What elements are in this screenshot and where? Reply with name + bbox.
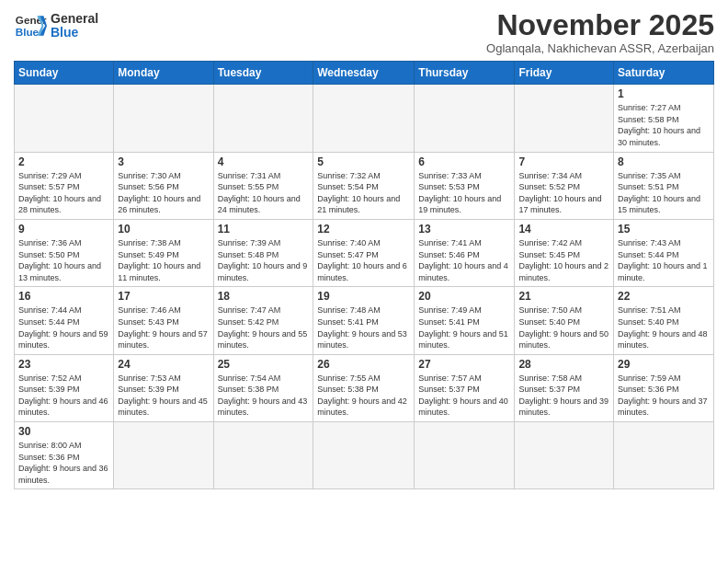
day-info: Sunrise: 7:55 AM Sunset: 5:38 PM Dayligh… (317, 373, 410, 419)
calendar-week-6: 30Sunrise: 8:00 AM Sunset: 5:36 PM Dayli… (15, 422, 714, 489)
day-info: Sunrise: 7:27 AM Sunset: 5:58 PM Dayligh… (618, 102, 710, 148)
calendar-day (415, 85, 515, 152)
day-info: Sunrise: 7:46 AM Sunset: 5:43 PM Dayligh… (118, 304, 209, 350)
calendar-day (114, 85, 213, 152)
day-info: Sunrise: 7:47 AM Sunset: 5:42 PM Dayligh… (218, 304, 310, 350)
day-info: Sunrise: 7:29 AM Sunset: 5:57 PM Dayligh… (18, 170, 109, 216)
svg-text:Blue: Blue (16, 26, 40, 38)
calendar-day: 29Sunrise: 7:59 AM Sunset: 5:36 PM Dayli… (614, 354, 714, 421)
col-wednesday: Wednesday (313, 62, 415, 85)
month-title: November 2025 (486, 9, 714, 41)
day-info: Sunrise: 7:39 AM Sunset: 5:48 PM Dayligh… (218, 237, 310, 283)
calendar-day: 30Sunrise: 8:00 AM Sunset: 5:36 PM Dayli… (15, 422, 114, 489)
calendar-day: 18Sunrise: 7:47 AM Sunset: 5:42 PM Dayli… (213, 287, 313, 354)
calendar-day: 9Sunrise: 7:36 AM Sunset: 5:50 PM Daylig… (15, 219, 114, 286)
calendar-day: 6Sunrise: 7:33 AM Sunset: 5:53 PM Daylig… (415, 152, 515, 219)
day-info: Sunrise: 7:53 AM Sunset: 5:39 PM Dayligh… (118, 373, 209, 419)
day-info: Sunrise: 7:51 AM Sunset: 5:40 PM Dayligh… (618, 304, 710, 350)
title-section: November 2025 Oglanqala, Nakhichevan ASS… (486, 9, 714, 55)
day-number: 27 (418, 358, 510, 371)
location-text: Oglanqala, Nakhichevan ASSR, Azerbaijan (486, 41, 714, 55)
day-number: 7 (518, 155, 609, 168)
day-number: 25 (218, 358, 310, 371)
logo: General Blue General Blue (14, 9, 98, 42)
calendar-day (515, 422, 614, 489)
calendar-day: 4Sunrise: 7:31 AM Sunset: 5:55 PM Daylig… (213, 152, 313, 219)
calendar-week-1: 1Sunrise: 7:27 AM Sunset: 5:58 PM Daylig… (15, 85, 714, 152)
logo-general-text: General (51, 12, 98, 26)
day-info: Sunrise: 7:50 AM Sunset: 5:40 PM Dayligh… (518, 304, 609, 350)
day-number: 26 (317, 358, 410, 371)
day-number: 22 (618, 290, 710, 303)
calendar-week-2: 2Sunrise: 7:29 AM Sunset: 5:57 PM Daylig… (15, 152, 714, 219)
day-number: 21 (518, 290, 609, 303)
day-info: Sunrise: 7:36 AM Sunset: 5:50 PM Dayligh… (18, 237, 109, 283)
day-number: 13 (418, 223, 510, 236)
calendar-day: 15Sunrise: 7:43 AM Sunset: 5:44 PM Dayli… (614, 219, 714, 286)
calendar-day (415, 422, 515, 489)
calendar-week-4: 16Sunrise: 7:44 AM Sunset: 5:44 PM Dayli… (15, 287, 714, 354)
day-number: 2 (18, 155, 109, 168)
calendar-day: 7Sunrise: 7:34 AM Sunset: 5:52 PM Daylig… (515, 152, 614, 219)
logo-icon: General Blue (14, 9, 47, 42)
day-number: 16 (18, 290, 109, 303)
day-info: Sunrise: 7:59 AM Sunset: 5:36 PM Dayligh… (618, 373, 710, 419)
day-info: Sunrise: 7:30 AM Sunset: 5:56 PM Dayligh… (118, 170, 209, 216)
calendar-day: 13Sunrise: 7:41 AM Sunset: 5:46 PM Dayli… (415, 219, 515, 286)
day-number: 5 (317, 155, 410, 168)
calendar-day: 20Sunrise: 7:49 AM Sunset: 5:41 PM Dayli… (415, 287, 515, 354)
calendar-day: 16Sunrise: 7:44 AM Sunset: 5:44 PM Dayli… (15, 287, 114, 354)
day-number: 24 (118, 358, 209, 371)
day-info: Sunrise: 7:33 AM Sunset: 5:53 PM Dayligh… (418, 170, 510, 216)
calendar-day: 25Sunrise: 7:54 AM Sunset: 5:38 PM Dayli… (213, 354, 313, 421)
day-number: 20 (418, 290, 510, 303)
calendar-day: 28Sunrise: 7:58 AM Sunset: 5:37 PM Dayli… (515, 354, 614, 421)
col-sunday: Sunday (15, 62, 114, 85)
calendar-day: 8Sunrise: 7:35 AM Sunset: 5:51 PM Daylig… (614, 152, 714, 219)
day-number: 1 (618, 87, 710, 100)
day-info: Sunrise: 7:48 AM Sunset: 5:41 PM Dayligh… (317, 304, 410, 350)
day-number: 6 (418, 155, 510, 168)
day-info: Sunrise: 7:31 AM Sunset: 5:55 PM Dayligh… (218, 170, 310, 216)
calendar-header-row: Sunday Monday Tuesday Wednesday Thursday… (15, 62, 714, 85)
col-friday: Friday (515, 62, 614, 85)
calendar-day: 23Sunrise: 7:52 AM Sunset: 5:39 PM Dayli… (15, 354, 114, 421)
day-info: Sunrise: 7:40 AM Sunset: 5:47 PM Dayligh… (317, 237, 410, 283)
day-info: Sunrise: 7:43 AM Sunset: 5:44 PM Dayligh… (618, 237, 710, 283)
day-number: 19 (317, 290, 410, 303)
day-info: Sunrise: 7:38 AM Sunset: 5:49 PM Dayligh… (118, 237, 209, 283)
calendar-day: 10Sunrise: 7:38 AM Sunset: 5:49 PM Dayli… (114, 219, 213, 286)
day-info: Sunrise: 7:44 AM Sunset: 5:44 PM Dayligh… (18, 304, 109, 350)
day-number: 3 (118, 155, 209, 168)
calendar-day: 1Sunrise: 7:27 AM Sunset: 5:58 PM Daylig… (614, 85, 714, 152)
day-info: Sunrise: 7:42 AM Sunset: 5:45 PM Dayligh… (518, 237, 609, 283)
calendar-day: 2Sunrise: 7:29 AM Sunset: 5:57 PM Daylig… (15, 152, 114, 219)
calendar-day: 21Sunrise: 7:50 AM Sunset: 5:40 PM Dayli… (515, 287, 614, 354)
calendar-day: 27Sunrise: 7:57 AM Sunset: 5:37 PM Dayli… (415, 354, 515, 421)
calendar-day (614, 422, 714, 489)
day-number: 17 (118, 290, 209, 303)
calendar-day: 14Sunrise: 7:42 AM Sunset: 5:45 PM Dayli… (515, 219, 614, 286)
day-info: Sunrise: 7:41 AM Sunset: 5:46 PM Dayligh… (418, 237, 510, 283)
calendar-day: 17Sunrise: 7:46 AM Sunset: 5:43 PM Dayli… (114, 287, 213, 354)
day-number: 18 (218, 290, 310, 303)
calendar-week-3: 9Sunrise: 7:36 AM Sunset: 5:50 PM Daylig… (15, 219, 714, 286)
calendar-table: Sunday Monday Tuesday Wednesday Thursday… (14, 61, 714, 489)
calendar-day (313, 422, 415, 489)
day-number: 10 (118, 223, 209, 236)
day-info: Sunrise: 7:32 AM Sunset: 5:54 PM Dayligh… (317, 170, 410, 216)
day-info: Sunrise: 7:54 AM Sunset: 5:38 PM Dayligh… (218, 373, 310, 419)
calendar-day (114, 422, 213, 489)
day-info: Sunrise: 7:34 AM Sunset: 5:52 PM Dayligh… (518, 170, 609, 216)
day-info: Sunrise: 7:35 AM Sunset: 5:51 PM Dayligh… (618, 170, 710, 216)
calendar-day: 26Sunrise: 7:55 AM Sunset: 5:38 PM Dayli… (313, 354, 415, 421)
calendar-day (515, 85, 614, 152)
day-number: 23 (18, 358, 109, 371)
day-number: 28 (518, 358, 609, 371)
day-number: 29 (618, 358, 710, 371)
calendar-day: 11Sunrise: 7:39 AM Sunset: 5:48 PM Dayli… (213, 219, 313, 286)
col-saturday: Saturday (614, 62, 714, 85)
day-info: Sunrise: 7:52 AM Sunset: 5:39 PM Dayligh… (18, 373, 109, 419)
page-header: General Blue General Blue November 2025 … (14, 9, 714, 55)
calendar-day: 19Sunrise: 7:48 AM Sunset: 5:41 PM Dayli… (313, 287, 415, 354)
